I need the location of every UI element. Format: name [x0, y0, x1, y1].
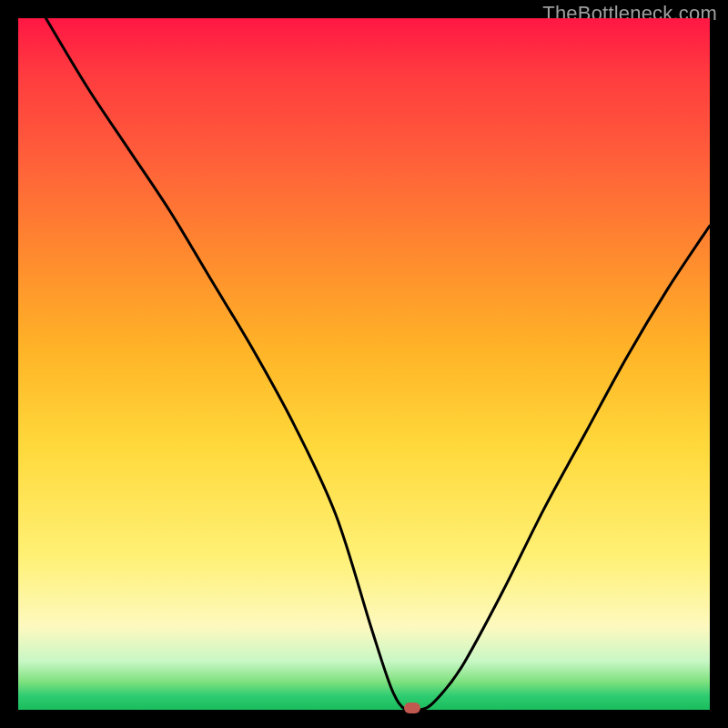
optimal-marker — [404, 703, 420, 713]
curve-path — [46, 18, 710, 712]
plot-area — [18, 18, 710, 710]
bottleneck-curve — [18, 18, 710, 710]
chart-frame: TheBottleneck.com — [0, 0, 728, 728]
